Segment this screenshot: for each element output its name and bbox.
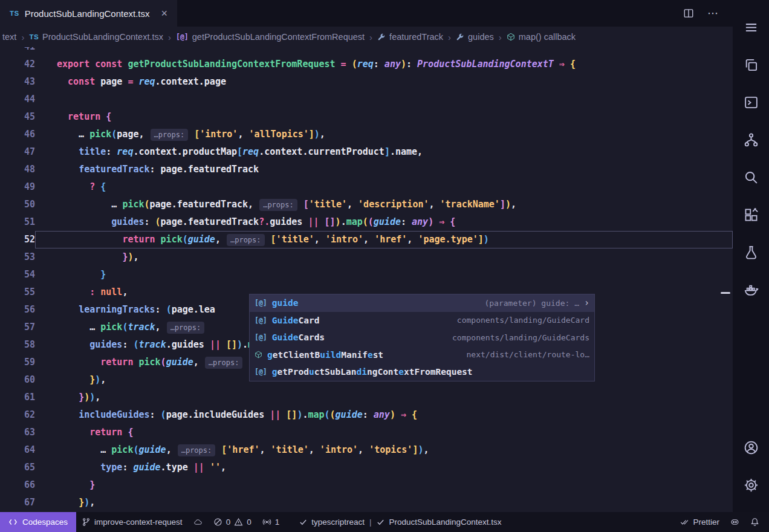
extensions-icon[interactable] xyxy=(733,196,769,233)
breadcrumb-function[interactable]: [@] getProductSubLandingContextFromReque… xyxy=(175,32,366,42)
editor-column: TS ProductSubLandingContext.tsx × ⋯ text… xyxy=(0,0,733,512)
breadcrumb-folder[interactable]: text xyxy=(1,32,18,42)
symbol-parameter-icon: [@] xyxy=(255,316,267,325)
language-mode-label: typescriptreact xyxy=(311,517,365,527)
code-line[interactable]: 50 … pick(page.featuredTrack, …props: ['… xyxy=(0,196,733,213)
line-number: 44 xyxy=(0,91,35,108)
ports-status[interactable]: 1 xyxy=(257,512,285,532)
symbol-property-wrench-icon xyxy=(456,33,464,41)
line-content xyxy=(35,47,733,56)
symbol-module-icon xyxy=(255,351,262,358)
line-number: 45 xyxy=(0,108,35,126)
inlay-hint: …props: xyxy=(205,357,243,369)
account-icon[interactable] xyxy=(733,429,769,466)
branch-name: improve-context-request xyxy=(94,517,183,527)
symbol-parameter-icon: [@] xyxy=(255,368,267,376)
chevron-right-icon: › xyxy=(164,32,175,42)
notifications-bell-icon[interactable] xyxy=(745,512,769,532)
code-line[interactable]: 66 } xyxy=(0,476,733,494)
suggestion-item[interactable]: getClientBuildManifestnext/dist/client/r… xyxy=(250,346,594,364)
sync-cloud-button[interactable] xyxy=(188,512,208,532)
suggestion-item[interactable]: [@]getProductSubLandingContextFromReques… xyxy=(250,363,594,381)
menu-icon[interactable] xyxy=(733,8,769,46)
suggestion-item[interactable]: [@]GuideCardscomponents/landing/GuideCar… xyxy=(250,329,594,346)
scrollbar-handle[interactable] xyxy=(721,292,730,294)
symbol-parameter-icon: [@] xyxy=(255,333,267,342)
line-number: 42 xyxy=(0,56,35,73)
docker-icon[interactable] xyxy=(733,271,769,308)
breadcrumb-file[interactable]: TS ProductSubLandingContext.tsx xyxy=(28,32,164,42)
code-line[interactable]: 63 return { xyxy=(0,424,733,441)
suggestion-label: guide xyxy=(272,298,299,308)
suggest-widget: [@]guide(parameter) guide: …›[@]GuideCar… xyxy=(249,294,595,381)
line-content xyxy=(35,91,733,108)
breadcrumb-map-callback[interactable]: map() callback xyxy=(505,32,577,42)
suggestion-item[interactable]: [@]guide(parameter) guide: …› xyxy=(250,294,594,312)
code-line[interactable]: 49 ? { xyxy=(0,178,733,196)
git-branch-status[interactable]: improve-context-request xyxy=(76,512,188,532)
chevron-right-icon: › xyxy=(495,32,505,42)
suggestion-label: getProductSubLandingContextFromRequest xyxy=(272,367,473,377)
code-line[interactable]: 42export const getProductSubLandingConte… xyxy=(0,56,733,73)
search-icon[interactable] xyxy=(733,158,769,196)
code-line[interactable]: 48 featuredTrack: page.featuredTrack xyxy=(0,161,733,178)
settings-gear-icon[interactable] xyxy=(733,466,769,504)
code-line[interactable]: 44 xyxy=(0,91,733,108)
terminal-icon[interactable] xyxy=(733,83,769,121)
symbol-parameter-icon: [@] xyxy=(255,299,267,307)
code-line[interactable]: 54 } xyxy=(0,266,733,284)
breadcrumb-guides[interactable]: guides xyxy=(455,32,495,42)
code-editor[interactable]: 4142export const getProductSubLandingCon… xyxy=(0,47,733,512)
line-content: … pick(page, …props: ['intro', 'allTopic… xyxy=(35,126,733,143)
warnings-count: 0 xyxy=(247,517,251,527)
line-number: 66 xyxy=(0,476,35,494)
split-editor-icon[interactable] xyxy=(683,8,694,19)
tab-close-icon[interactable]: × xyxy=(161,8,168,19)
line-number: 47 xyxy=(0,143,35,161)
line-number: 43 xyxy=(0,73,35,91)
line-content: return pick(guide, …props: ['title', 'in… xyxy=(35,231,733,248)
code-line[interactable]: 65 type: guide.type || '', xyxy=(0,459,733,476)
line-number: 58 xyxy=(0,336,35,354)
breadcrumb-featuredtrack[interactable]: featuredTrack xyxy=(376,32,444,42)
line-number: 50 xyxy=(0,196,35,213)
suggestion-expand-icon[interactable]: › xyxy=(584,297,589,308)
code-line[interactable]: 41 xyxy=(0,47,733,56)
code-line[interactable]: 67 }), xyxy=(0,494,733,511)
line-content: type: guide.type || '', xyxy=(35,459,733,476)
code-line[interactable]: 45 return { xyxy=(0,108,733,126)
line-content: title: req.context.productMap[req.contex… xyxy=(35,143,733,161)
code-line[interactable]: 53 }), xyxy=(0,248,733,266)
code-line[interactable]: 51 guides: (page.featuredTrack?.guides |… xyxy=(0,213,733,231)
tab-productsublandingcontext[interactable]: TS ProductSubLandingContext.tsx × xyxy=(0,0,177,27)
remote-codespaces-button[interactable]: Codespaces xyxy=(0,512,76,532)
line-content: guides: (page.featuredTrack?.guides || [… xyxy=(35,213,733,231)
code-line[interactable]: 46 … pick(page, …props: ['intro', 'allTo… xyxy=(0,126,733,143)
line-content: })), xyxy=(35,389,733,406)
copilot-icon[interactable] xyxy=(725,512,745,532)
prettier-status[interactable]: Prettier xyxy=(675,512,725,532)
code-line[interactable]: 64 … pick(guide, …props: ['href', 'title… xyxy=(0,441,733,459)
code-line[interactable]: 61 })), xyxy=(0,389,733,406)
code-line[interactable]: 43 const page = req.context.page xyxy=(0,73,733,91)
line-number: 52 xyxy=(0,231,35,248)
language-mode-status[interactable]: typescriptreact | ProductSubLandingConte… xyxy=(293,512,507,532)
more-actions-icon[interactable]: ⋯ xyxy=(707,7,719,20)
activity-bar xyxy=(733,0,769,512)
code-line[interactable]: 62 includeGuides: (page.includeGuides ||… xyxy=(0,406,733,424)
problems-status[interactable]: 0 0 xyxy=(208,512,257,532)
code-line[interactable]: 47 title: req.context.productMap[req.con… xyxy=(0,143,733,161)
suggestion-item[interactable]: [@]GuideCardcomponents/landing/GuideCard xyxy=(250,312,594,329)
ports-count: 1 xyxy=(275,517,280,527)
source-control-icon[interactable] xyxy=(733,121,769,158)
line-number: 62 xyxy=(0,406,35,424)
code-line[interactable]: 52 return pick(guide, …props: ['title', … xyxy=(0,231,733,248)
test-beaker-icon[interactable] xyxy=(733,233,769,271)
prettier-label: Prettier xyxy=(693,517,719,527)
typescript-file-icon: TS xyxy=(10,10,19,17)
suggestion-label: GuideCard xyxy=(272,316,320,325)
suggestion-detail: next/dist/client/route-lo… xyxy=(467,350,590,359)
line-content: export const getProductSubLandingContext… xyxy=(35,56,733,73)
chevron-right-icon: › xyxy=(444,32,455,42)
explorer-copy-icon[interactable] xyxy=(733,46,769,83)
